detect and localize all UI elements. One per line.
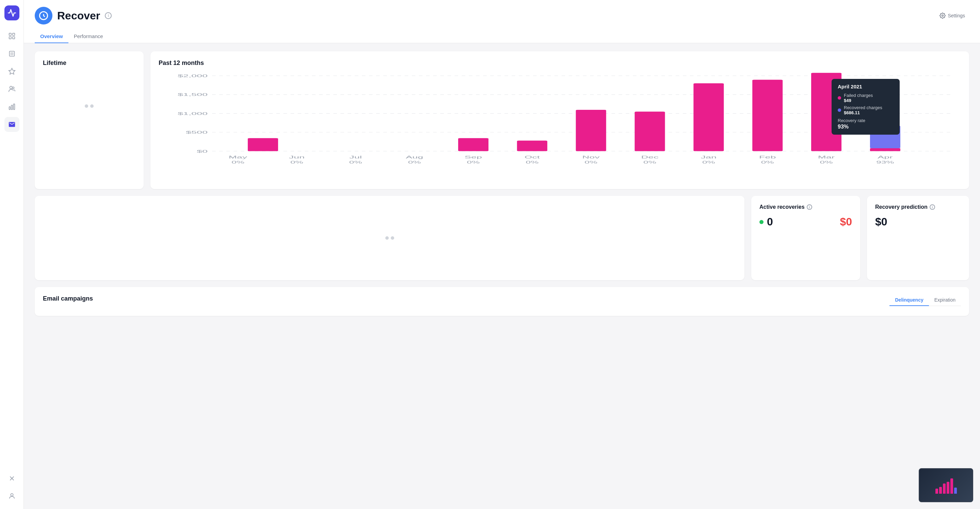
recoveries-count: 0 [767, 216, 773, 228]
thumbnail-inner [920, 469, 972, 501]
sidebar-item-messages[interactable] [5, 117, 19, 132]
svg-text:0%: 0% [820, 160, 833, 164]
thumb-bar-6 [954, 488, 957, 494]
thumb-bar-5 [950, 478, 953, 494]
page-content: Lifetime Past 12 months [24, 43, 980, 324]
svg-rect-31 [458, 138, 488, 151]
svg-rect-2 [9, 37, 11, 39]
svg-text:0%: 0% [643, 160, 656, 164]
svg-rect-3 [12, 37, 14, 39]
recoveries-content: 0 $0 [759, 216, 852, 228]
sidebar-item-analytics[interactable] [5, 99, 19, 114]
tab-performance[interactable]: Performance [68, 30, 108, 43]
svg-text:0%: 0% [702, 160, 715, 164]
loading-dot-1 [85, 105, 88, 108]
sidebar-item-people[interactable] [5, 82, 19, 97]
row-2: Active recoveries i 0 $0 Recovery predic… [35, 196, 969, 280]
svg-text:0%: 0% [349, 160, 362, 164]
lifetime-loading [43, 72, 135, 140]
thumb-bar-3 [943, 484, 946, 494]
prediction-amount: $0 [875, 216, 961, 228]
svg-text:Dec: Dec [641, 155, 658, 159]
svg-rect-35 [694, 83, 724, 151]
prediction-title: Recovery prediction i [875, 204, 961, 210]
svg-marker-6 [8, 68, 14, 74]
active-recoveries-card: Active recoveries i 0 $0 [751, 196, 860, 280]
settings-label: Settings [948, 13, 965, 18]
svg-rect-32 [517, 141, 547, 151]
svg-text:$500: $500 [186, 130, 208, 135]
svg-rect-37 [811, 73, 842, 151]
svg-text:93%: 93% [876, 160, 894, 164]
svg-rect-0 [9, 33, 11, 35]
svg-rect-39 [870, 126, 900, 148]
svg-text:Aug: Aug [406, 155, 423, 159]
loading-card [35, 196, 745, 280]
svg-rect-33 [576, 110, 606, 151]
svg-text:0%: 0% [526, 160, 539, 164]
loading-dot-3 [385, 236, 389, 240]
svg-text:0%: 0% [467, 160, 480, 164]
chart-svg: $2,000 $1,500 $1,000 $500 $0 [159, 72, 961, 181]
loading-dot-2 [90, 105, 94, 108]
svg-text:Feb: Feb [759, 155, 776, 159]
prediction-info-icon[interactable]: i [930, 205, 935, 210]
thumb-bar-4 [947, 482, 949, 494]
svg-text:0%: 0% [290, 160, 303, 164]
svg-text:May: May [229, 155, 247, 159]
tab-expiration[interactable]: Expiration [929, 295, 961, 306]
tab-delinquency[interactable]: Delinquency [889, 295, 929, 306]
recovery-prediction-card: Recovery prediction i $0 [867, 196, 969, 280]
email-tabs: Delinquency Expiration [889, 295, 961, 306]
svg-text:0%: 0% [584, 160, 597, 164]
app-logo[interactable] [5, 5, 19, 21]
svg-text:Oct: Oct [525, 155, 540, 159]
lifetime-title: Lifetime [43, 60, 135, 67]
svg-point-7 [10, 86, 12, 89]
svg-text:Apr: Apr [878, 155, 893, 159]
svg-text:Mar: Mar [818, 155, 835, 159]
tab-overview[interactable]: Overview [35, 30, 68, 43]
svg-text:$2,000: $2,000 [178, 73, 208, 78]
chart-container: $2,000 $1,500 $1,000 $500 $0 [159, 72, 961, 181]
svg-rect-10 [11, 105, 13, 109]
email-campaigns-card: Email campaigns Delinquency Expiration [35, 287, 969, 316]
svg-text:Nov: Nov [582, 155, 600, 159]
settings-button[interactable]: Settings [935, 10, 969, 21]
svg-text:0%: 0% [408, 160, 421, 164]
svg-rect-26 [248, 138, 278, 151]
main-content: Recover i Settings Overview Performance … [24, 0, 980, 509]
svg-text:$1,000: $1,000 [178, 111, 208, 116]
sidebar-item-close[interactable] [5, 471, 19, 486]
sidebar-item-tasks[interactable] [5, 64, 19, 79]
svg-text:0%: 0% [761, 160, 774, 164]
recoveries-count-section: 0 [759, 216, 773, 228]
page-title: Recover [57, 10, 100, 22]
loading-card-dots [43, 204, 736, 272]
recoveries-info-icon[interactable]: i [807, 205, 812, 210]
svg-point-14 [11, 494, 13, 496]
svg-text:Jun: Jun [289, 155, 305, 159]
svg-text:$0: $0 [197, 149, 208, 153]
svg-text:0%: 0% [231, 160, 244, 164]
thumbnail-overlay [919, 468, 973, 502]
loading-dot-4 [391, 236, 394, 240]
email-campaigns-title: Email campaigns [43, 295, 93, 302]
active-recoveries-title: Active recoveries i [759, 204, 852, 210]
thumbnail-bars [935, 477, 957, 494]
header-info-icon[interactable]: i [105, 12, 111, 19]
svg-text:Jan: Jan [701, 155, 716, 159]
sidebar-item-module[interactable] [5, 46, 19, 61]
svg-rect-9 [9, 107, 10, 109]
svg-rect-38 [870, 148, 900, 151]
recoveries-amount: $0 [840, 216, 852, 228]
sidebar-item-profile[interactable] [5, 488, 19, 504]
chart-card: Past 12 months $2,000 $1,500 $1,000 $500 [150, 51, 969, 189]
svg-rect-1 [12, 33, 14, 35]
svg-rect-5 [11, 52, 13, 55]
sidebar [0, 0, 24, 509]
svg-text:$1,500: $1,500 [178, 92, 208, 97]
svg-point-15 [942, 15, 943, 17]
page-header-icon [35, 7, 52, 24]
sidebar-item-dashboard[interactable] [5, 29, 19, 43]
